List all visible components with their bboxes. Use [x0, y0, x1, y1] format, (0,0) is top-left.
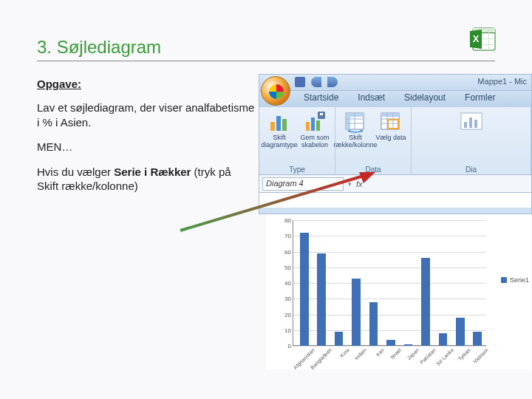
bar[interactable] — [352, 279, 361, 346]
layout-icon — [460, 110, 483, 134]
btn-label: Gem som skabelon — [299, 134, 330, 149]
switch-row-column-button[interactable]: Skift række/kolonne — [340, 110, 371, 149]
change-chart-type-button[interactable]: Skift diagramtype — [264, 110, 295, 149]
ribbon: Skift diagramtype Gem som skabelon Type … — [259, 107, 531, 175]
chart-type-icon — [267, 110, 291, 134]
plot-area: 01020304050607080 — [279, 220, 486, 346]
chart-legend: Serie1 — [501, 276, 529, 284]
svg-rect-33 — [469, 117, 472, 128]
task-heading: Opgave: — [37, 78, 255, 90]
y-tick-label: 80 — [284, 217, 291, 224]
bar[interactable] — [369, 302, 378, 347]
bar[interactable] — [317, 253, 326, 346]
bar[interactable] — [386, 340, 395, 347]
bar[interactable] — [335, 332, 344, 346]
y-tick-label: 60 — [284, 248, 291, 255]
tab-sidelayout[interactable]: Sidelayout — [395, 91, 454, 107]
group-type: Skift diagramtype Gem som skabelon Type — [259, 107, 335, 174]
btn-label: Skift række/kolonne — [333, 134, 377, 149]
chart-save-icon — [303, 110, 327, 134]
slide-title: 3. Søjlediagram — [37, 37, 495, 61]
undo-icon[interactable] — [311, 77, 321, 87]
legend-swatch — [501, 277, 507, 283]
bar[interactable] — [473, 332, 482, 346]
instruction-bold: Serie i Rækker — [114, 166, 191, 178]
bar[interactable] — [404, 344, 413, 346]
switch-rowcol-icon — [344, 110, 367, 134]
worksheet-area[interactable] — [259, 193, 531, 208]
titlebar: Mappe1 - Mic — [259, 75, 531, 91]
group-data: Skift række/kolonne Vælg data Data — [335, 107, 412, 174]
svg-rect-12 — [311, 117, 315, 131]
svg-rect-18 — [346, 113, 350, 129]
svg-text:X: X — [473, 33, 480, 44]
x-axis-labels: AfghanistanBangladeshKinaIndienIranIsrae… — [296, 347, 499, 368]
chart-layout-button[interactable] — [456, 110, 487, 134]
bars-container — [296, 220, 485, 346]
quick-access-toolbar — [295, 77, 338, 89]
svg-rect-6 — [488, 28, 489, 50]
y-axis: 01020304050607080 — [279, 220, 293, 346]
svg-rect-15 — [320, 113, 323, 115]
instruction-pre: Hvis du vælger — [37, 166, 114, 178]
svg-rect-32 — [464, 122, 467, 128]
legend-label: Serie1 — [510, 276, 529, 284]
namebox-dropdown-icon[interactable]: ▾ — [348, 180, 352, 188]
select-data-icon — [379, 110, 403, 134]
select-data-button[interactable]: Vælg data — [375, 110, 406, 149]
svg-rect-11 — [306, 122, 310, 131]
y-tick-label: 0 — [288, 343, 291, 349]
btn-label: Skift diagramtype — [261, 134, 298, 149]
tab-startside[interactable]: Startside — [295, 91, 347, 107]
name-box[interactable]: Diagram 4 — [262, 177, 344, 191]
bar[interactable] — [456, 318, 465, 346]
task-text: Lav et søjlediagram, der viser analfabet… — [37, 100, 255, 129]
excel-logo-icon: X — [468, 24, 498, 53]
bar[interactable] — [421, 258, 430, 346]
tab-indsaet[interactable]: Indsæt — [349, 91, 394, 107]
y-tick-label: 10 — [284, 327, 291, 333]
but-text: MEN… — [37, 140, 255, 154]
y-tick-label: 50 — [284, 264, 291, 270]
workbook-name: Mappe1 - Mic — [477, 77, 527, 86]
y-axis-line — [293, 220, 293, 346]
group-label: Data — [365, 166, 381, 174]
ribbon-tabs: Startside Indsæt Sidelayout Formler — [259, 91, 531, 107]
y-tick-label: 20 — [284, 311, 291, 318]
svg-rect-9 — [276, 116, 281, 131]
tab-formler[interactable]: Formler — [456, 91, 504, 107]
instruction-text: Hvis du vælger Serie i Rækker (tryk på S… — [37, 165, 255, 194]
y-tick-label: 40 — [284, 280, 291, 287]
svg-rect-10 — [282, 119, 287, 131]
gridline — [293, 346, 486, 347]
group-layouts: Dia — [412, 107, 531, 174]
group-label: Dia — [466, 166, 477, 174]
group-label: Type — [289, 166, 305, 174]
formula-bar-row: Diagram 4 ▾ fx — [259, 175, 531, 193]
svg-marker-23 — [348, 129, 350, 132]
svg-rect-8 — [270, 122, 275, 131]
y-tick-label: 70 — [284, 233, 291, 239]
redo-icon[interactable] — [327, 77, 338, 87]
svg-rect-34 — [474, 120, 477, 128]
y-tick-label: 30 — [284, 296, 291, 302]
svg-rect-13 — [316, 120, 320, 131]
bar-chart[interactable]: 01020304050607080 AfghanistanBangladeshK… — [266, 214, 531, 369]
svg-marker-22 — [361, 129, 363, 132]
bar[interactable] — [300, 233, 309, 346]
bar[interactable] — [439, 333, 448, 346]
excel-window: Mappe1 - Mic Startside Indsæt Sidelayout… — [259, 74, 532, 214]
svg-rect-25 — [381, 113, 399, 117]
fx-label[interactable]: fx — [356, 180, 363, 188]
office-button[interactable] — [261, 76, 290, 106]
btn-label: Vælg data — [375, 134, 406, 142]
save-icon[interactable] — [295, 77, 305, 87]
save-as-template-button[interactable]: Gem som skabelon — [299, 110, 330, 149]
